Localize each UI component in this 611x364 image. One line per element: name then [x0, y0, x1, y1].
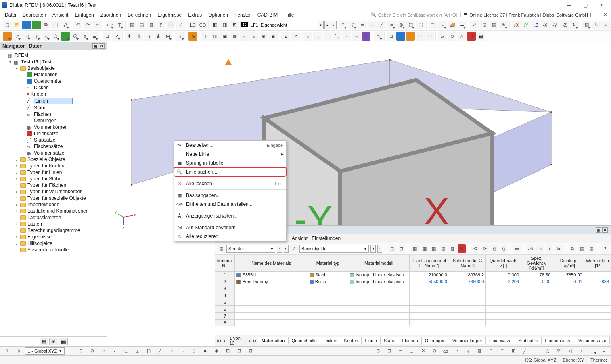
tree-protokolle[interactable]: Ausdruckprotokolle: [27, 247, 69, 253]
res1-icon[interactable]: ◧: [211, 21, 220, 29]
mat-combo-basis[interactable]: Basisobjekte▾: [299, 245, 369, 253]
st-q[interactable]: ▽: [554, 347, 563, 355]
menu-cadbim[interactable]: CAD-BIM: [254, 11, 281, 19]
st-s[interactable]: ▷: [576, 347, 586, 355]
ctx-alle-loeschen[interactable]: ✕Alle löschenEntf: [174, 179, 286, 188]
ctx-erweitern[interactable]: ⇲Auf Standard erweitern: [174, 223, 286, 232]
t2-v[interactable]: ▣: [220, 32, 229, 41]
snap-12[interactable]: ◆: [200, 347, 210, 355]
t2-ag[interactable]: ⋱: [333, 32, 341, 41]
truck-icon[interactable]: 🚚: [448, 21, 457, 29]
snap-2[interactable]: ⊕: [87, 347, 97, 355]
t2-ae[interactable]: ⟍: [313, 32, 322, 41]
t2-aj[interactable]: •: [362, 32, 370, 41]
st-f[interactable]: ⊙: [429, 347, 439, 355]
tree-hilfsobjekte[interactable]: Hilfsobjekte: [27, 241, 52, 246]
t2-l[interactable]: ↗: [112, 32, 121, 41]
co-icon[interactable]: CO: [198, 21, 207, 29]
tbl3-icon[interactable]: ▥: [147, 21, 156, 29]
snap-11[interactable]: ◇: [189, 347, 199, 355]
col-name[interactable]: Name des Materials: [235, 255, 308, 272]
col-p[interactable]: Dichte ρ [kg/m³]: [552, 255, 584, 272]
mat-tb-f[interactable]: ▦: [439, 244, 447, 253]
persp-icon[interactable]: ▦: [490, 21, 498, 29]
materials-table[interactable]: Material Nr. Name des Materials Material…: [215, 255, 611, 326]
t2-z[interactable]: ◉: [259, 32, 268, 41]
link-icon[interactable]: ∞: [438, 32, 447, 41]
st-t[interactable]: ⬚: [588, 347, 597, 355]
mat-tb-fx3[interactable]: fẍ: [555, 244, 563, 253]
zoom-ext-icon[interactable]: ⤢: [470, 21, 479, 29]
t2-a[interactable]: [3, 32, 12, 41]
sheet-tab[interactable]: Knoten: [341, 337, 362, 344]
tree-volumenkoerper[interactable]: Volumenkörper: [34, 124, 67, 130]
tree-volumensaetze[interactable]: Volumensätze: [34, 150, 64, 156]
doc-max-icon[interactable]: [597, 13, 601, 17]
nav-close-icon[interactable]: ✕: [99, 43, 105, 49]
ax-x-icon[interactable]: ↓X: [512, 21, 521, 29]
sel-icon[interactable]: ▭: [358, 21, 367, 29]
tree-root[interactable]: RFEM: [15, 52, 28, 58]
undo-icon[interactable]: ↶: [73, 21, 82, 29]
col-y[interactable]: Spez. Gewicht γ [kN/m³]: [521, 255, 552, 272]
tree-linien[interactable]: Linien: [34, 98, 73, 104]
col-e[interactable]: Elastizitätsmodul E [N/mm²]: [410, 255, 449, 272]
surface-icon[interactable]: ▱: [387, 21, 396, 29]
tree-typ-flaechen[interactable]: Typen für Flächen: [27, 182, 66, 188]
doc-min-icon[interactable]: [590, 13, 594, 17]
snap-4[interactable]: •: [110, 347, 119, 355]
copy-icon[interactable]: ⧉: [42, 21, 50, 29]
ext1-icon[interactable]: ⬚: [406, 21, 415, 29]
t2-g[interactable]: [61, 32, 70, 41]
mat-tb-e[interactable]: ▦: [430, 244, 437, 253]
maximize-button[interactable]: ▢: [577, 0, 593, 10]
t2-b[interactable]: ↗: [13, 32, 21, 41]
table-row[interactable]: 5: [215, 299, 611, 306]
status-ico1[interactable]: ⟟: [2, 347, 12, 355]
mat-tb-fx2[interactable]: fẋ: [546, 244, 553, 253]
t2-j[interactable]: ⬓: [90, 32, 99, 41]
unlink-icon[interactable]: ⊘: [448, 32, 456, 41]
iso-icon[interactable]: ◱: [480, 21, 489, 29]
mat-tb-d[interactable]: ▦: [421, 244, 428, 253]
t2-n[interactable]: ⫴: [134, 32, 143, 41]
grid5-icon[interactable]: ⬚: [425, 32, 434, 41]
paste-icon[interactable]: 📋: [51, 21, 60, 29]
sheet-prev-icon[interactable]: ◂: [221, 338, 226, 343]
tree-lastassistenten[interactable]: Lastassistenten: [27, 215, 61, 220]
mat-tb-fx1[interactable]: fx: [536, 244, 544, 253]
table-row[interactable]: 2 Bent Dummy Basis Isotrop | Linear elas…: [215, 278, 611, 285]
res2-icon[interactable]: ◨: [220, 21, 229, 29]
st-l[interactable]: ⌶: [497, 347, 507, 355]
mat-close-icon[interactable]: ✕: [602, 227, 608, 233]
table-row[interactable]: 4: [215, 292, 611, 299]
new-icon[interactable]: ▢: [3, 21, 12, 29]
keyword-search[interactable]: 🔍 Geben Sie ein Schlüsselwort ein (Alt+Q…: [371, 12, 461, 17]
snap-14[interactable]: ⊞: [223, 347, 232, 355]
dim-icon[interactable]: ⟷: [105, 21, 114, 29]
st-k[interactable]: ⌶: [486, 347, 496, 355]
table-row[interactable]: 1 S355H Stahl Isotrop | Linear elastisch…: [215, 272, 611, 278]
mat-next1-icon[interactable]: ▸: [284, 245, 289, 253]
print-icon[interactable]: 🖨: [61, 21, 70, 29]
mat-tb-m[interactable]: ab: [527, 244, 535, 253]
t2-y[interactable]: ⟁: [249, 32, 258, 41]
t2-ai[interactable]: ⟐: [352, 32, 361, 41]
mat-tb-k[interactable]: ⎗: [500, 244, 507, 253]
st-i[interactable]: ⟐: [463, 347, 473, 355]
ax-ny-icon[interactable]: -Y: [550, 21, 559, 29]
mirror-icon[interactable]: △: [457, 32, 466, 41]
node-icon[interactable]: •: [368, 21, 377, 29]
t2-q[interactable]: ⋈: [163, 32, 172, 41]
col-nr[interactable]: Material Nr.: [215, 255, 235, 272]
mat-tb-b[interactable]: ⊟: [398, 244, 405, 253]
tbl1-icon[interactable]: ▦: [128, 21, 136, 29]
open-icon[interactable]: 📂: [13, 21, 21, 29]
t2-d[interactable]: ⟊: [32, 32, 41, 41]
st-n[interactable]: ╱: [520, 347, 529, 355]
tree-lastfaelle[interactable]: Lastfälle und Kombinationen: [27, 208, 88, 214]
menu-zuordnen[interactable]: Zuordnen: [97, 11, 124, 19]
sheet-tab[interactable]: Dicken: [320, 337, 341, 344]
snap-1[interactable]: ⊙: [76, 347, 86, 355]
calc-icon[interactable]: ∑: [157, 21, 165, 29]
